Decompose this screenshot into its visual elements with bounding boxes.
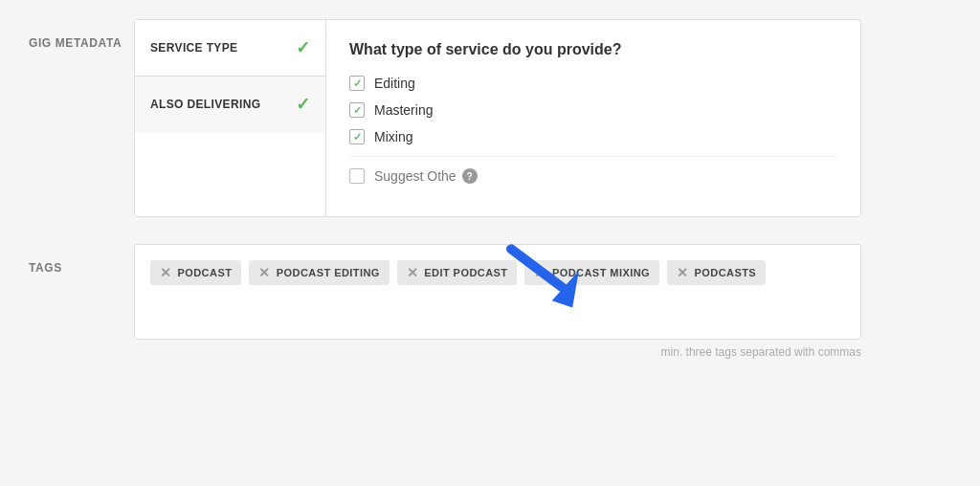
checkbox-item-mastering[interactable]: ✓ Mastering <box>349 102 837 118</box>
tag-podcast-mixing-label: PODCAST MIXING <box>552 267 650 278</box>
gig-metadata-label: GIG METADATA <box>29 19 134 50</box>
checkbox-suggest-other[interactable] <box>349 168 365 184</box>
tag-chip-edit-podcast[interactable]: ✕ EDIT PODCAST <box>397 260 518 285</box>
tags-hint: min. three tags separated with commas <box>134 345 861 359</box>
tag-remove-edit-podcast-icon[interactable]: ✕ <box>407 266 418 279</box>
checkbox-mastering[interactable]: ✓ <box>349 102 365 118</box>
tag-podcast-label: PODCAST <box>177 267 232 278</box>
mastering-check-icon: ✓ <box>353 104 362 117</box>
checkbox-mixing[interactable]: ✓ <box>349 129 365 144</box>
editing-check-icon: ✓ <box>353 77 362 90</box>
also-delivering-check-icon: ✓ <box>296 94 310 115</box>
metadata-panel: SERVICE TYPE ✓ ALSO DELIVERING ✓ What ty… <box>134 19 861 217</box>
service-question: What type of service do you provide? <box>349 41 837 58</box>
tag-chip-podcasts[interactable]: ✕ PODCASTS <box>667 260 766 285</box>
metadata-content: What type of service do you provide? ✓ E… <box>326 20 860 216</box>
checkbox-item-mixing[interactable]: ✓ Mixing <box>349 129 837 144</box>
checkbox-list: ✓ Editing ✓ Mastering ✓ <box>349 76 837 184</box>
metadata-sidebar: SERVICE TYPE ✓ ALSO DELIVERING ✓ <box>135 20 326 216</box>
tag-podcast-editing-label: PODCAST EDITING <box>277 267 380 278</box>
tag-remove-podcast-mixing-icon[interactable]: ✕ <box>534 266 546 279</box>
sidebar-also-delivering-label: ALSO DELIVERING <box>150 98 260 111</box>
tags-row: ✕ PODCAST ✕ PODCAST EDITING ✕ EDIT PODCA… <box>150 260 845 285</box>
tags-label: TAGS <box>29 244 134 275</box>
checkbox-item-editing[interactable]: ✓ Editing <box>349 76 837 91</box>
tags-panel[interactable]: ✕ PODCAST ✕ PODCAST EDITING ✕ EDIT PODCA… <box>134 244 861 340</box>
tag-remove-podcasts-icon[interactable]: ✕ <box>677 266 688 279</box>
mastering-label: Mastering <box>374 102 433 118</box>
tag-remove-podcast-icon[interactable]: ✕ <box>160 266 171 279</box>
checkbox-item-suggest-other[interactable]: Suggest Othe ? <box>349 156 837 184</box>
tag-chip-podcast-mixing[interactable]: ✕ PODCAST MIXING <box>524 260 659 285</box>
tag-podcasts-label: PODCASTS <box>695 267 757 278</box>
sidebar-item-also-delivering[interactable]: ALSO DELIVERING ✓ <box>135 77 325 132</box>
tag-edit-podcast-label: EDIT PODCAST <box>424 267 507 278</box>
sidebar-item-service-type[interactable]: SERVICE TYPE ✓ <box>135 20 325 77</box>
mixing-label: Mixing <box>374 129 412 144</box>
sidebar-service-type-label: SERVICE TYPE <box>150 41 237 55</box>
tag-chip-podcast-editing[interactable]: ✕ PODCAST EDITING <box>249 260 390 285</box>
tag-chip-podcast[interactable]: ✕ PODCAST <box>150 260 241 285</box>
checkbox-editing[interactable]: ✓ <box>349 76 365 91</box>
suggest-other-label: Suggest Othe <box>374 168 457 184</box>
editing-label: Editing <box>374 76 415 91</box>
mixing-check-icon: ✓ <box>353 131 362 144</box>
service-type-check-icon: ✓ <box>296 37 310 58</box>
suggest-other-help-icon[interactable]: ? <box>462 168 478 184</box>
tag-remove-podcast-editing-icon[interactable]: ✕ <box>258 266 270 279</box>
